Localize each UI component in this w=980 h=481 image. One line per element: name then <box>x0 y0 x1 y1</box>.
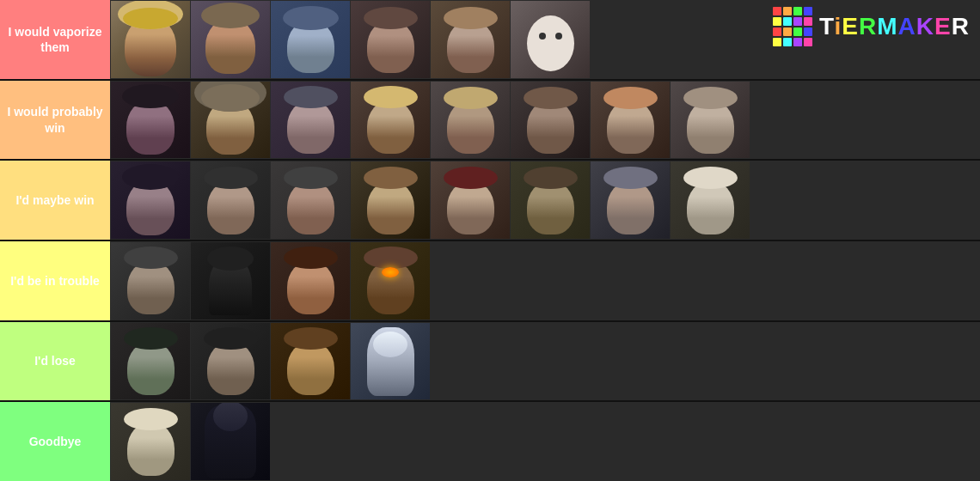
char-c-2 <box>191 242 270 320</box>
char-e-1 <box>111 403 190 480</box>
char-a-7 <box>591 82 670 159</box>
tier-label-a: I would probably win <box>0 81 110 160</box>
tier-images-e <box>110 402 980 481</box>
char-b-8 <box>671 161 750 239</box>
char-d-2 <box>191 323 270 400</box>
char-s-5 <box>431 1 510 78</box>
tier-row-b: I'd maybe win <box>0 161 980 241</box>
tier-images-a <box>110 81 980 160</box>
tier-images-c <box>110 241 980 320</box>
char-a-2 <box>191 82 270 159</box>
tier-row-a: I would probably win <box>0 81 980 161</box>
char-a-4 <box>351 82 430 159</box>
char-d-1 <box>111 323 190 400</box>
tier-images-d <box>110 322 980 401</box>
tier-row-c: I'd be in trouble <box>0 241 980 322</box>
char-c-1 <box>111 242 190 320</box>
char-a-6 <box>511 82 590 159</box>
char-b-1 <box>111 161 190 239</box>
tier-label-c: I'd be in trouble <box>0 241 110 320</box>
char-b-2 <box>191 161 270 239</box>
tier-row-e: Goodbye <box>0 402 980 481</box>
logo-grid <box>773 7 812 46</box>
tier-label-b: I'd maybe win <box>0 161 110 240</box>
char-b-6 <box>511 161 590 239</box>
char-c-3 <box>271 242 350 320</box>
tier-label-e: Goodbye <box>0 402 110 481</box>
char-d-4 <box>351 323 430 400</box>
char-a-8 <box>671 82 750 159</box>
char-e-2 <box>191 403 270 480</box>
char-a-3 <box>271 82 350 159</box>
char-b-7 <box>591 161 670 239</box>
char-s-6 <box>511 1 590 78</box>
char-a-1 <box>111 82 190 159</box>
tier-images-b <box>110 161 980 240</box>
char-b-5 <box>431 161 510 239</box>
tier-label-d: I'd lose <box>0 322 110 401</box>
char-c-4 <box>351 242 430 320</box>
char-b-4 <box>351 161 430 239</box>
char-a-5 <box>431 82 510 159</box>
char-b-3 <box>271 161 350 239</box>
tier-label-s: I would vaporize them <box>0 0 110 79</box>
tier-row-d: I'd lose <box>0 322 980 403</box>
char-s-2 <box>191 1 270 78</box>
tiermaker-logo: TiERMAKER <box>773 7 970 46</box>
char-s-1 <box>111 1 190 78</box>
char-s-4 <box>351 1 430 78</box>
char-s-3 <box>271 1 350 78</box>
char-d-3 <box>271 323 350 400</box>
logo-text: TiERMAKER <box>819 13 970 40</box>
